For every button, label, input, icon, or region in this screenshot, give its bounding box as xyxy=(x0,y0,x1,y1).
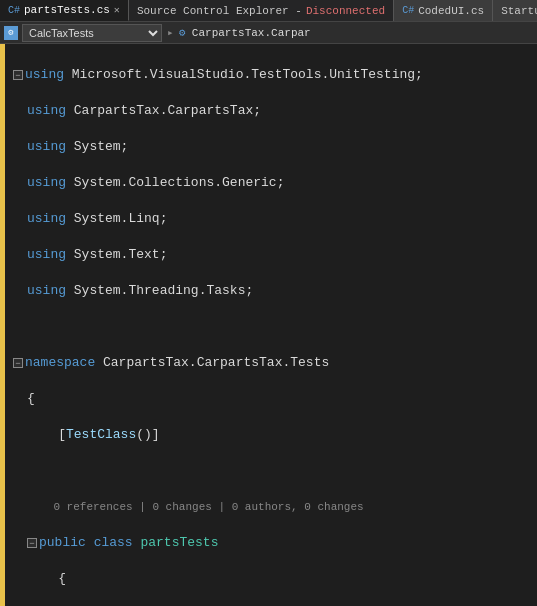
code-line: using System.Linq; xyxy=(13,210,537,228)
code-line: { xyxy=(13,390,537,408)
tab-close-partsTests[interactable]: ✕ xyxy=(114,4,120,16)
location-bar: ⚙ CalcTaxTests ▸ ⚙ CarpartsTax.Carpar xyxy=(0,22,537,44)
code-line: [TestClass()] xyxy=(13,426,537,444)
collapse-namespace[interactable]: − xyxy=(13,358,23,368)
code-line: { xyxy=(13,570,537,588)
tab-disconnected-label: Disconnected xyxy=(306,5,385,17)
code-line: using System.Threading.Tasks; xyxy=(13,282,537,300)
cs-file-icon-2: C# xyxy=(402,5,414,16)
code-line: using System; xyxy=(13,138,537,156)
location-separator: ▸ xyxy=(167,26,174,39)
code-area[interactable]: −using Microsoft.VisualStudio.TestTools.… xyxy=(5,44,537,606)
tab-startup[interactable]: Startup.cs xyxy=(493,0,537,21)
code-line-namespace: −namespace CarpartsTax.CarpartsTax.Tests xyxy=(13,354,537,372)
tab-source-control[interactable]: Source Control Explorer - Disconnected xyxy=(129,0,394,21)
tab-bar: C# partsTests.cs ✕ Source Control Explor… xyxy=(0,0,537,22)
collapse-class[interactable]: − xyxy=(27,538,37,548)
code-line: −using Microsoft.VisualStudio.TestTools.… xyxy=(13,66,537,84)
cs-file-icon: C# xyxy=(8,5,20,16)
editor: −using Microsoft.VisualStudio.TestTools.… xyxy=(0,44,537,606)
code-line-references: 0 references | 0 changes | 0 authors, 0 … xyxy=(13,498,537,516)
tab-label-partsTests: partsTests.cs xyxy=(24,4,110,16)
class-dropdown[interactable]: CalcTaxTests xyxy=(22,24,162,42)
tab-label-source-control: Source Control Explorer - xyxy=(137,5,302,17)
collapse-usings[interactable]: − xyxy=(13,70,23,80)
tab-partsTests[interactable]: C# partsTests.cs ✕ xyxy=(0,0,129,21)
class-path: ⚙ CarpartsTax.Carpar xyxy=(179,26,311,39)
code-line-class: −public class partsTests xyxy=(13,534,537,552)
tab-label-codedUI: CodedUI.cs xyxy=(418,5,484,17)
tab-label-startup: Startup.cs xyxy=(501,5,537,17)
calc-icon: ⚙ xyxy=(4,26,18,40)
code-line: using System.Collections.Generic; xyxy=(13,174,537,192)
code-line-blank xyxy=(13,462,537,480)
code-line-blank xyxy=(13,318,537,336)
code-line: using System.Text; xyxy=(13,246,537,264)
tab-codedUI[interactable]: C# CodedUI.cs xyxy=(394,0,493,21)
code-line: using CarpartsTax.CarpartsTax; xyxy=(13,102,537,120)
